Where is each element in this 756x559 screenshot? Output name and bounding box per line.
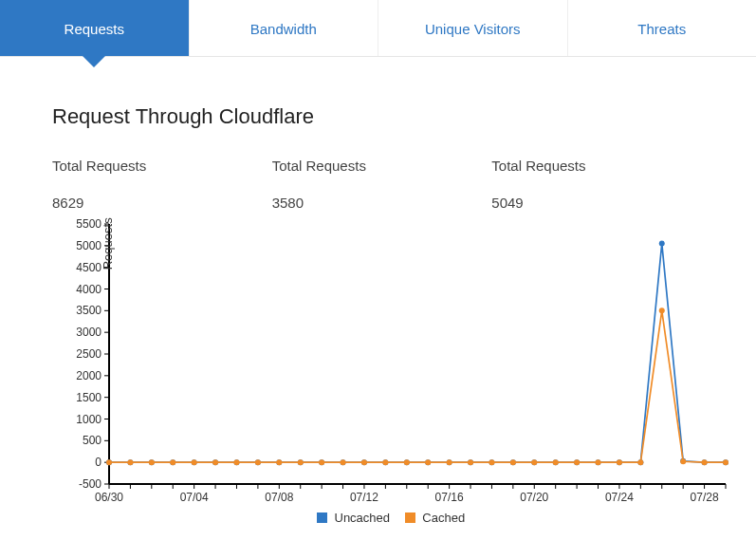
y-tick-label: 3000 xyxy=(76,326,101,339)
x-tick-label: 07/12 xyxy=(350,491,378,504)
chart-legend: Uncached Cached xyxy=(52,511,718,531)
x-tick-label: 07/08 xyxy=(265,491,293,504)
tab-requests[interactable]: Requests xyxy=(0,0,190,56)
legend-swatch-cached xyxy=(405,512,415,523)
series-line xyxy=(109,244,726,463)
series-point xyxy=(319,459,324,465)
stat-label: Total Requests xyxy=(272,158,492,174)
stats-row: Total Requests 8629 Total Requests 3580 … xyxy=(52,158,718,211)
stat-value: 5049 xyxy=(491,195,711,211)
series-point xyxy=(192,459,197,465)
series-point xyxy=(489,459,494,465)
series-point xyxy=(510,459,516,465)
y-tick-label: 4000 xyxy=(76,283,101,296)
series-point xyxy=(723,459,728,465)
stat-total-3: Total Requests 5049 xyxy=(491,158,711,211)
series-line xyxy=(109,310,726,462)
y-tick-label: 0 xyxy=(95,456,101,469)
series-point xyxy=(170,459,175,465)
series-point xyxy=(425,459,431,465)
stat-value: 8629 xyxy=(52,195,272,211)
tab-bandwidth[interactable]: Bandwidth xyxy=(190,0,379,56)
series-point xyxy=(659,241,665,247)
series-point xyxy=(680,458,686,464)
series-point xyxy=(298,459,304,465)
y-tick-label: -500 xyxy=(79,477,101,491)
y-tick-label: 5500 xyxy=(76,217,101,231)
series-point xyxy=(233,459,239,465)
series-point xyxy=(531,459,537,465)
requests-chart: -500050010001500200025003000350040004500… xyxy=(33,216,735,511)
y-tick-label: 5000 xyxy=(76,239,101,252)
x-tick-label: 06/30 xyxy=(95,491,123,504)
series-point xyxy=(637,459,643,465)
y-tick-label: 2500 xyxy=(76,347,101,361)
y-tick-label: 4500 xyxy=(76,261,101,274)
series-point xyxy=(447,459,452,465)
series-point xyxy=(127,459,133,465)
stat-label: Total Requests xyxy=(52,158,272,174)
tab-unique-visitors[interactable]: Unique Visitors xyxy=(378,0,568,56)
stat-label: Total Requests xyxy=(491,158,711,174)
stat-value: 3580 xyxy=(272,195,492,211)
series-point xyxy=(212,459,218,465)
x-tick-label: 07/20 xyxy=(520,491,548,504)
legend-label-uncached: Uncached xyxy=(335,511,391,525)
x-tick-label: 07/04 xyxy=(180,491,209,504)
series-point xyxy=(659,307,665,313)
series-point xyxy=(276,459,282,465)
series-point xyxy=(596,459,601,465)
stat-total-2: Total Requests 3580 xyxy=(272,158,492,211)
y-tick-label: 500 xyxy=(83,434,101,447)
series-point xyxy=(341,459,346,465)
series-point xyxy=(553,459,559,465)
series-point xyxy=(574,459,580,465)
y-tick-label: 3500 xyxy=(76,304,101,317)
tabs: Requests Bandwidth Unique Visitors Threa… xyxy=(0,0,756,57)
x-tick-label: 07/28 xyxy=(691,491,719,504)
tab-threats[interactable]: Threats xyxy=(568,0,757,56)
series-point xyxy=(255,459,261,465)
y-tick-label: 1000 xyxy=(76,413,101,426)
x-tick-label: 07/16 xyxy=(435,491,464,504)
series-point xyxy=(702,459,708,465)
legend-label-cached: Cached xyxy=(422,511,465,525)
series-point xyxy=(468,459,473,465)
page-title: Request Through Cloudflare xyxy=(52,104,718,129)
chart-container: -500050010001500200025003000350040004500… xyxy=(33,216,718,511)
x-tick-label: 07/24 xyxy=(605,491,634,504)
series-point xyxy=(382,459,388,465)
series-point xyxy=(361,459,367,465)
series-point xyxy=(149,459,155,465)
series-point xyxy=(617,459,622,465)
series-point xyxy=(404,459,410,465)
series-point xyxy=(106,459,112,465)
y-axis-label: Requests xyxy=(101,217,115,270)
legend-swatch-uncached xyxy=(317,512,327,523)
stat-total-1: Total Requests 8629 xyxy=(52,158,272,211)
panel: Request Through Cloudflare Total Request… xyxy=(0,57,756,540)
y-tick-label: 1500 xyxy=(76,391,101,404)
y-tick-label: 2000 xyxy=(76,369,101,382)
